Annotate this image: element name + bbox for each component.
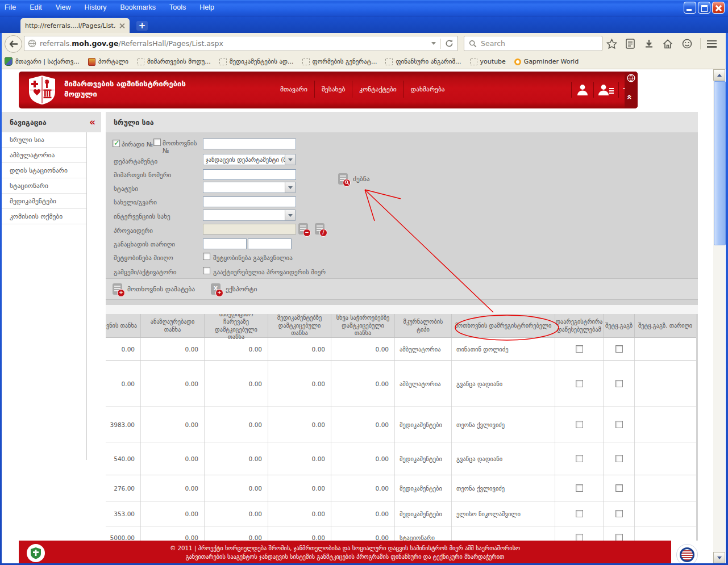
sidebar-collapse-icon[interactable]: « xyxy=(89,116,95,128)
export-icon[interactable]: X+ xyxy=(211,283,221,295)
home-icon[interactable] xyxy=(661,37,675,51)
table-row[interactable]: 0.00 0.00 0.00 0.00 0.00 ამბულატორია გვა… xyxy=(106,361,696,407)
row-checkbox[interactable] xyxy=(615,345,623,353)
col-notif-sent-date[interactable]: შეტყ.გაგზ. თარიღი xyxy=(635,314,696,337)
sidebar-item-medications[interactable]: მედიკამენტები xyxy=(2,194,86,209)
back-button[interactable] xyxy=(5,35,22,53)
col-registered-by-institution[interactable]: დაარეგისტრირა დაწესებულებამ xyxy=(555,314,604,337)
table-row[interactable]: 3983.00 0.00 0.00 0.00 0.00 მედიკამენტებ… xyxy=(106,407,696,442)
menu-tools[interactable]: Tools xyxy=(169,2,186,12)
reload-icon[interactable] xyxy=(445,39,454,48)
col-reimbursable-amount[interactable]: ანაზღაურებადი თანხა xyxy=(141,314,205,337)
nav-home[interactable]: მთავარი xyxy=(273,81,314,98)
personal-no-checkbox[interactable] xyxy=(113,140,120,147)
collapse-header-icon[interactable] xyxy=(624,95,634,100)
search-button[interactable]: ძებნა xyxy=(338,173,370,185)
add-request-icon[interactable]: + xyxy=(113,283,122,295)
request-no-checkbox[interactable] xyxy=(153,139,161,146)
scroll-down-icon[interactable] xyxy=(713,552,725,563)
bookmark-item[interactable]: მთავარი | საქართვ... xyxy=(5,57,80,66)
col-approved-intervention[interactable]: სამედიცინო ჩარევაზე დამტკიცებული თანხა xyxy=(205,314,268,337)
row-checkbox[interactable] xyxy=(615,455,623,462)
date-to-input[interactable] xyxy=(248,238,292,249)
sidebar-item-commission[interactable]: კომისიის ოქმები xyxy=(2,209,86,224)
nav-help[interactable]: დახმარება xyxy=(403,81,452,98)
row-checkbox[interactable] xyxy=(576,534,583,541)
bookmark-item[interactable]: ფინანსური ანგარიშ... xyxy=(385,58,461,65)
users-list-icon[interactable] xyxy=(593,82,618,98)
provider-clear-icon[interactable]: ∕ xyxy=(315,223,325,235)
col-approved-medications[interactable]: მედიკამენტებზე დამტკიცებული თანხა xyxy=(268,314,331,337)
department-select[interactable]: ჯანდაცვის დეპარტამენტი (მე xyxy=(203,154,296,165)
url-bar[interactable]: referrals.moh.gov.ge/ReferralsHall/Pages… xyxy=(24,36,458,51)
bookmarks-panel-icon[interactable] xyxy=(623,37,637,51)
col-request-amount[interactable]: ოვნის თანხა xyxy=(106,314,141,337)
table-row[interactable]: 353.00 0.00 0.00 0.00 0.00 მედიკამენტები… xyxy=(106,501,696,526)
hamburger-menu-icon[interactable] xyxy=(705,37,718,51)
notification-checkbox[interactable] xyxy=(203,253,210,260)
row-checkbox[interactable] xyxy=(615,421,623,428)
url-history-dropdown-icon[interactable] xyxy=(431,42,436,45)
id-number-input[interactable] xyxy=(203,139,296,149)
menu-edit[interactable]: Edit xyxy=(30,2,42,12)
row-checkbox[interactable] xyxy=(576,455,583,462)
row-checkbox[interactable] xyxy=(615,534,623,541)
nav-contacts[interactable]: კონტაქტები xyxy=(352,81,403,98)
language-globe-icon[interactable] xyxy=(627,74,635,82)
row-checkbox[interactable] xyxy=(615,484,623,492)
close-button[interactable] xyxy=(712,2,725,14)
col-notif-sent[interactable]: შეტყ.გაგზ xyxy=(604,314,635,337)
menu-view[interactable]: View xyxy=(56,2,71,12)
add-request-button[interactable]: მოთხოვნის დამატება xyxy=(127,285,195,293)
minimize-button[interactable] xyxy=(684,2,696,14)
search-input[interactable] xyxy=(480,39,602,48)
row-checkbox[interactable] xyxy=(615,380,623,387)
menu-file[interactable]: File xyxy=(5,2,16,12)
sidebar-item-hospital[interactable]: სტაციონარი xyxy=(2,178,86,194)
row-checkbox[interactable] xyxy=(615,510,623,517)
bookmark-item[interactable]: მედიკამენტების ად... xyxy=(219,58,294,65)
intervention-select[interactable] xyxy=(203,210,296,221)
provider-pick-icon[interactable]: − xyxy=(298,223,308,235)
feedback-smiley-icon[interactable] xyxy=(680,37,694,51)
bookmark-item[interactable]: youtube xyxy=(470,58,506,65)
menu-history[interactable]: History xyxy=(85,2,107,12)
date-from-input[interactable] xyxy=(203,238,247,249)
col-treatment-type[interactable]: მკურნალობის ტიპი xyxy=(395,314,452,337)
downloads-icon[interactable] xyxy=(642,37,656,51)
search-box[interactable] xyxy=(464,36,602,51)
referral-no-input[interactable] xyxy=(203,169,296,180)
table-row[interactable]: 540.00 0.00 0.00 0.00 0.00 მედიკამენტები… xyxy=(106,442,696,475)
sidebar-item-ambulatory[interactable]: ამბულატორია xyxy=(2,148,86,163)
profile-icon[interactable] xyxy=(571,82,593,98)
restore-button[interactable] xyxy=(698,2,710,14)
bookmark-item[interactable]: Gapminder World xyxy=(514,58,579,65)
row-checkbox[interactable] xyxy=(576,345,583,353)
chevron-down-icon[interactable] xyxy=(285,182,295,192)
new-tab-button[interactable] xyxy=(136,21,148,31)
col-registrar[interactable]: მოთხოვნის დამრეგისტრირებელი xyxy=(452,314,555,337)
row-checkbox[interactable] xyxy=(576,510,583,517)
chevron-down-icon[interactable] xyxy=(285,154,295,165)
status-select[interactable] xyxy=(203,182,296,193)
chevron-down-icon[interactable] xyxy=(285,210,295,220)
menu-bookmarks[interactable]: Bookmarks xyxy=(120,2,156,12)
sidebar-item-full-list[interactable]: სრული სია xyxy=(2,132,86,148)
bookmark-item[interactable]: მიმართვების მოდუ... xyxy=(137,58,211,65)
url-text[interactable]: referrals.moh.gov.ge/ReferralsHall/Pages… xyxy=(40,39,427,48)
browser-tab[interactable]: http://referrals....l/Pages/List.aspx xyxy=(20,18,130,33)
row-checkbox[interactable] xyxy=(576,380,583,387)
menu-help[interactable]: Help xyxy=(199,2,214,12)
bookmark-star-icon[interactable] xyxy=(605,37,618,51)
table-row[interactable]: 5000.00 0.00 0.00 0.00 0.00 სტაციონარი xyxy=(106,526,696,541)
export-button[interactable]: ექსპორტი xyxy=(226,285,257,293)
table-row[interactable]: 0.00 0.00 0.00 0.00 0.00 ამბულატორია თინ… xyxy=(106,338,696,361)
nav-about[interactable]: შესახებ xyxy=(314,81,352,98)
name-input[interactable] xyxy=(203,196,296,207)
issuer-checkbox[interactable] xyxy=(203,267,210,274)
sidebar-item-day-hospital[interactable]: დღის სტაციონარი xyxy=(2,163,86,178)
row-checkbox[interactable] xyxy=(576,484,583,492)
bookmark-item[interactable]: პორტალი xyxy=(88,58,128,66)
vertical-scrollbar[interactable] xyxy=(713,69,725,563)
scroll-up-icon[interactable] xyxy=(713,69,725,81)
